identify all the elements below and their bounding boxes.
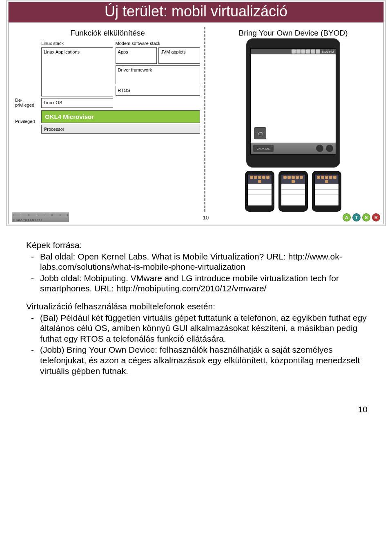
source-item: Bal oldal: Open Kernel Labs. What is Mob…: [26, 251, 368, 272]
linux-stack-header: Linux stack: [41, 41, 113, 46]
badge-icon: S: [362, 213, 370, 221]
mini-phone: [312, 171, 341, 212]
left-subtitle: Funkciók elkülönítése: [15, 29, 200, 38]
mini-phone: [278, 171, 308, 212]
box-apps: Apps: [116, 47, 157, 64]
box-linux-applications: Linux Applications: [41, 47, 113, 96]
box-rtos: RTOS: [116, 86, 200, 96]
label-deprivileged: De-privileged: [15, 98, 39, 107]
dock-chip: xxxxx xxx: [253, 145, 274, 152]
mini-phones-row: [209, 171, 377, 212]
status-icon: [296, 49, 301, 54]
signal-icon: [311, 49, 315, 54]
box-jvm-applets: JVM applets: [158, 47, 200, 64]
slide: Új terület: mobil virtualizáció Funkciók…: [7, 0, 385, 226]
right-subtitle: Bring Your Own Device (BYOD): [209, 29, 377, 38]
status-icon: [306, 49, 310, 54]
usage-item: (Bal) Például két független virtuális gé…: [26, 313, 368, 344]
phone-screen: 8:20 PM vm xxxxx xxx: [250, 48, 336, 154]
okl4-side-labels: De-privileged Privileged: [15, 41, 39, 134]
source-item: Jobb oldal: Mobiputing. VMware and LG in…: [26, 273, 368, 294]
phone-dock: xxxxx xxx: [251, 143, 336, 154]
university-logo: M Ű E G Y E T E M 1 7 8 2: [12, 212, 69, 222]
dock-dot-icon: [326, 145, 333, 152]
sources-heading: Képek forrása:: [26, 240, 368, 251]
status-icon: [292, 49, 296, 54]
footer-badges: A T S R: [343, 213, 380, 221]
slide-title: Új terület: mobil virtualizáció: [9, 2, 383, 23]
battery-icon: [316, 49, 320, 54]
modem-stack-header: Modem software stack: [116, 41, 200, 46]
badge-icon: T: [352, 213, 361, 221]
university-text: M Ű E G Y E T E M 1 7 8 2: [13, 219, 68, 221]
box-okl4-microvisor: OKL4 Microvisor: [41, 110, 200, 123]
badge-icon: R: [372, 213, 380, 221]
okl4-diagram: De-privileged Privileged Linux stack Lin…: [15, 41, 200, 134]
phone-status-bar: 8:20 PM: [251, 49, 336, 54]
phone-time: 8:20 PM: [322, 50, 334, 54]
slide-page-number: 10: [203, 215, 209, 221]
box-linux-os: Linux OS: [41, 98, 113, 108]
slide-body: Funkciók elkülönítése De-privileged Priv…: [9, 23, 383, 212]
usage-item: (Jobb) Bring Your Own Device: felhasznál…: [26, 344, 368, 376]
vertical-divider: [204, 27, 205, 212]
dock-dot-icon: [316, 145, 323, 152]
label-privileged: Privileged: [15, 119, 39, 124]
slide-inner: Új terület: mobil virtualizáció Funkciók…: [8, 2, 384, 224]
left-column: Funkciók elkülönítése De-privileged Priv…: [13, 27, 203, 212]
right-column: Bring Your Own Device (BYOD): [207, 27, 379, 212]
phone-mockup: 8:20 PM vm xxxxx xxx: [246, 38, 340, 168]
box-driver-framework: Driver framework: [116, 65, 200, 84]
badge-icon: A: [343, 213, 351, 221]
status-icons: [292, 49, 320, 54]
status-icon: [301, 49, 305, 54]
box-processor: Processor: [41, 125, 200, 134]
vm-widget-icon: vm: [254, 127, 266, 139]
page-number: 10: [0, 405, 368, 414]
usage-heading: Virtualizáció felhasználása mobiltelefon…: [26, 301, 368, 312]
mini-phone: [245, 171, 274, 212]
speaker-notes: Képek forrása: Bal oldal: Open Kernel La…: [26, 240, 368, 376]
slide-footer: M Ű E G Y E T E M 1 7 8 2 10 A T S R: [9, 212, 383, 224]
